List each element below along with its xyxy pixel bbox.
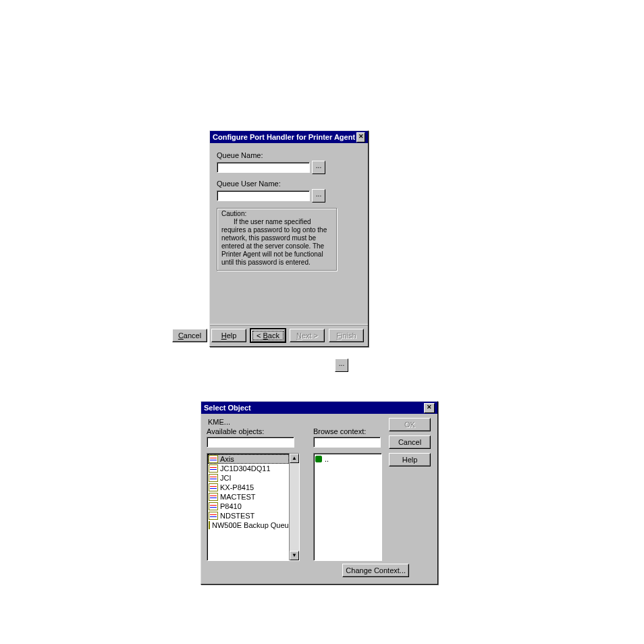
tree-item[interactable]: .. xyxy=(315,454,381,464)
available-objects-list[interactable]: Axis JC1D304DQ11 JCI KX-P8415 MACTEST P8… xyxy=(207,453,300,561)
queue-name-label: Queue Name: xyxy=(217,151,361,159)
browse-context-tree[interactable]: .. xyxy=(313,453,382,561)
queue-user-browse-button[interactable]: ... xyxy=(312,189,325,203)
available-objects-input[interactable] xyxy=(207,437,294,448)
help-button[interactable]: Help xyxy=(389,453,431,466)
cancel-button[interactable]: Cancel xyxy=(172,329,207,342)
next-button: Next > xyxy=(290,329,325,342)
scroll-up-icon[interactable]: ▲ xyxy=(290,454,299,463)
titlebar: Configure Port Handler for Printer Agent… xyxy=(210,131,368,143)
dialog-title: Select Object xyxy=(204,404,251,412)
configure-port-handler-dialog: Configure Port Handler for Printer Agent… xyxy=(209,130,369,347)
list-item[interactable]: KX-P8415 xyxy=(208,483,289,492)
queue-icon xyxy=(209,464,218,473)
close-icon[interactable]: ✕ xyxy=(424,403,435,413)
change-context-button[interactable]: Change Context... xyxy=(342,564,409,577)
ok-button: OK xyxy=(389,418,431,431)
caution-text: If the user name specified requires a pa… xyxy=(221,218,333,267)
button-row: Cancel Help < Back Next > Finish xyxy=(210,324,368,346)
help-button[interactable]: Help xyxy=(211,329,246,342)
queue-name-browse-button[interactable]: ... xyxy=(312,161,325,174)
select-object-dialog: Select Object ✕ KME... OK Cancel Help Av… xyxy=(200,401,438,585)
cancel-button[interactable]: Cancel xyxy=(389,435,431,449)
list-item[interactable]: JC1D304DQ11 xyxy=(208,464,289,473)
queue-icon xyxy=(209,512,218,520)
queue-icon xyxy=(209,502,218,510)
queue-icon xyxy=(209,521,210,529)
standalone-browse-button[interactable]: ... xyxy=(335,358,348,372)
dialog-title: Configure Port Handler for Printer Agent… xyxy=(213,133,356,141)
available-objects-label: Available objects: xyxy=(207,427,294,435)
close-icon[interactable]: ✕ xyxy=(356,132,365,142)
browse-context-input[interactable] xyxy=(313,437,381,448)
tree-up-icon xyxy=(315,456,322,462)
queue-name-input[interactable] xyxy=(217,162,310,173)
scrollbar[interactable]: ▲ ▼ xyxy=(289,454,299,560)
context-path: KME... xyxy=(207,417,230,427)
list-item[interactable]: NW500E Backup Queue xyxy=(208,520,289,530)
queue-icon xyxy=(209,483,218,491)
back-button[interactable]: < Back xyxy=(250,329,286,342)
queue-icon xyxy=(209,455,218,463)
side-buttons: OK Cancel Help xyxy=(389,418,431,466)
queue-icon xyxy=(209,474,218,482)
titlebar: Select Object ✕ xyxy=(201,402,437,414)
dialog-body: Queue Name: ... Queue User Name: ... Cau… xyxy=(210,143,368,324)
list-item[interactable]: Axis xyxy=(208,454,289,464)
finish-button: Finish xyxy=(329,329,364,342)
queue-user-input[interactable] xyxy=(217,190,310,201)
caution-title: Caution: xyxy=(221,210,333,218)
list-item[interactable]: NDSTEST xyxy=(208,511,289,520)
caution-groupbox: Caution: If the user name specified requ… xyxy=(217,208,338,271)
scroll-down-icon[interactable]: ▼ xyxy=(290,551,299,560)
queue-user-label: Queue User Name: xyxy=(217,180,361,188)
browse-context-label: Browse context: xyxy=(313,427,381,435)
list-item[interactable]: P8410 xyxy=(208,502,289,511)
queue-icon xyxy=(209,493,218,501)
list-item[interactable]: JCI xyxy=(208,473,289,483)
list-item[interactable]: MACTEST xyxy=(208,492,289,502)
